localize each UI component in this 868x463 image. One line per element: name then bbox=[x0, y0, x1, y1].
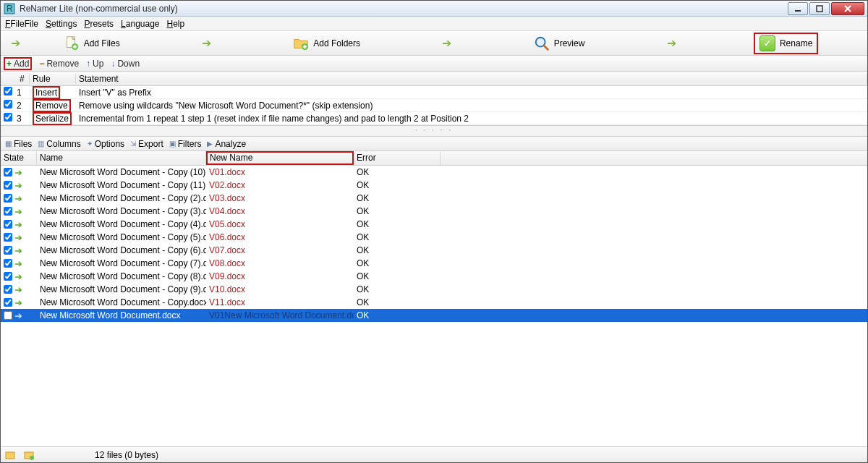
file-name: New Microsoft Word Document - Copy (4).d… bbox=[37, 219, 206, 229]
col-newname[interactable]: New Name bbox=[206, 151, 354, 165]
status-arrow-icon: ➔ bbox=[14, 233, 22, 242]
file-checkbox[interactable] bbox=[4, 298, 12, 307]
rule-row[interactable]: 3SerializeIncremental from 1 repeat 1 st… bbox=[1, 112, 867, 125]
add-folders-button[interactable]: Add Folders bbox=[289, 34, 365, 53]
add-rule-button[interactable]: +Add bbox=[4, 57, 32, 70]
status-arrow-icon: ➔ bbox=[14, 246, 22, 255]
file-row[interactable]: ➔New Microsoft Word Document - Copy.docx… bbox=[1, 296, 867, 309]
add-files-button[interactable]: Add Files bbox=[59, 34, 124, 53]
file-checkbox[interactable] bbox=[4, 220, 12, 229]
file-row[interactable]: ➔New Microsoft Word Document.docxV01New … bbox=[1, 309, 867, 322]
file-name: New Microsoft Word Document - Copy (9).d… bbox=[37, 284, 206, 294]
rules-header-rule[interactable]: Rule bbox=[30, 74, 76, 84]
file-row[interactable]: ➔New Microsoft Word Document - Copy (8).… bbox=[1, 270, 867, 283]
file-error: OK bbox=[354, 219, 441, 229]
file-checkbox[interactable] bbox=[4, 285, 12, 294]
file-checkbox[interactable] bbox=[4, 233, 12, 242]
menu-presets[interactable]: Presets bbox=[84, 19, 114, 29]
files-list[interactable]: State Name New Name Error ➔New Microsoft… bbox=[1, 151, 867, 446]
file-name: New Microsoft Word Document - Copy (10).… bbox=[37, 167, 206, 177]
file-error: OK bbox=[354, 258, 441, 268]
file-row[interactable]: ➔New Microsoft Word Document - Copy (9).… bbox=[1, 283, 867, 296]
file-checkbox[interactable] bbox=[4, 194, 12, 203]
export-menu[interactable]: ⇲Export bbox=[130, 139, 163, 149]
rule-statement: Insert "V" as Prefix bbox=[76, 88, 867, 98]
rule-name: Insert bbox=[30, 86, 76, 99]
options-menu[interactable]: ✦Options bbox=[87, 139, 124, 149]
file-row[interactable]: ➔New Microsoft Word Document - Copy (2).… bbox=[1, 192, 867, 205]
menu-language[interactable]: Language bbox=[121, 19, 159, 29]
file-row[interactable]: ➔New Microsoft Word Document - Copy (6).… bbox=[1, 244, 867, 257]
status-icon-2 bbox=[24, 450, 34, 460]
rule-checkbox[interactable] bbox=[4, 87, 12, 95]
file-checkbox[interactable] bbox=[4, 207, 12, 216]
rule-up-button[interactable]: ↑Up bbox=[86, 59, 103, 69]
status-arrow-icon: ➔ bbox=[14, 181, 22, 190]
file-checkbox[interactable] bbox=[4, 168, 12, 177]
file-newname: V07.docx bbox=[206, 245, 354, 255]
file-checkbox[interactable] bbox=[4, 259, 12, 268]
file-row[interactable]: ➔New Microsoft Word Document - Copy (5).… bbox=[1, 231, 867, 244]
analyze-menu[interactable]: ▶Analyze bbox=[207, 139, 246, 149]
maximize-button[interactable] bbox=[809, 2, 830, 15]
file-name: New Microsoft Word Document - Copy (8).d… bbox=[37, 271, 206, 281]
status-arrow-icon: ➔ bbox=[14, 259, 22, 268]
status-count: 12 files (0 bytes) bbox=[95, 450, 158, 460]
file-checkbox[interactable] bbox=[4, 311, 12, 320]
file-error: OK bbox=[354, 245, 441, 255]
rule-statement: Incremental from 1 repeat 1 step 1 (rese… bbox=[76, 114, 867, 124]
rule-statement: Remove using wildcards "New Microsoft Wo… bbox=[76, 101, 867, 111]
file-name: New Microsoft Word Document - Copy (3).d… bbox=[37, 206, 206, 216]
window-title: ReNamer Lite (non-commercial use only) bbox=[20, 4, 178, 14]
remove-rule-button[interactable]: −Remove bbox=[39, 59, 79, 69]
file-error: OK bbox=[354, 193, 441, 203]
file-name: New Microsoft Word Document.docx bbox=[37, 310, 206, 320]
filters-menu[interactable]: ▣Filters bbox=[169, 139, 202, 149]
menu-file[interactable]: FFileFile bbox=[5, 19, 38, 29]
rule-row[interactable]: 2RemoveRemove using wildcards "New Micro… bbox=[1, 99, 867, 112]
rename-button[interactable]: ✓ Rename bbox=[754, 33, 818, 54]
files-menu[interactable]: ▦Files bbox=[5, 139, 32, 149]
minimize-button[interactable] bbox=[788, 2, 808, 15]
svg-rect-3 bbox=[817, 6, 822, 12]
arrow-icon: ➔ bbox=[442, 36, 451, 50]
menu-settings[interactable]: Settings bbox=[46, 19, 77, 29]
rules-header-statement[interactable]: Statement bbox=[76, 74, 867, 84]
file-name: New Microsoft Word Document - Copy (5).d… bbox=[37, 232, 206, 242]
file-row[interactable]: ➔New Microsoft Word Document - Copy (11)… bbox=[1, 179, 867, 192]
statusbar: 12 files (0 bytes) bbox=[1, 446, 867, 462]
splitter-handle[interactable]: · · · · · bbox=[1, 125, 867, 137]
file-checkbox[interactable] bbox=[4, 181, 12, 190]
file-newname: V11.docx bbox=[206, 297, 354, 307]
file-newname: V01New Microsoft Word Document.docx bbox=[206, 310, 354, 320]
checkmark-icon: ✓ bbox=[760, 35, 775, 51]
file-checkbox[interactable] bbox=[4, 272, 12, 281]
file-row[interactable]: ➔New Microsoft Word Document - Copy (10)… bbox=[1, 166, 867, 179]
rule-checkbox[interactable] bbox=[4, 100, 12, 109]
file-error: OK bbox=[354, 310, 441, 320]
file-error: OK bbox=[354, 297, 441, 307]
magnifier-icon bbox=[534, 35, 550, 51]
col-name[interactable]: Name bbox=[37, 151, 206, 165]
close-button[interactable] bbox=[831, 2, 864, 15]
main-toolbar: ➔ Add Files ➔ Add Folders ➔ Preview ➔ ✓ … bbox=[1, 31, 867, 56]
file-row[interactable]: ➔New Microsoft Word Document - Copy (3).… bbox=[1, 205, 867, 218]
col-error[interactable]: Error bbox=[354, 151, 441, 165]
file-checkbox[interactable] bbox=[4, 246, 12, 255]
rules-header: # Rule Statement bbox=[1, 72, 867, 86]
svg-rect-15 bbox=[6, 452, 14, 459]
file-row[interactable]: ➔New Microsoft Word Document - Copy (4).… bbox=[1, 218, 867, 231]
menu-help[interactable]: Help bbox=[167, 19, 185, 29]
preview-button[interactable]: Preview bbox=[529, 34, 590, 53]
columns-menu[interactable]: ▥Columns bbox=[38, 139, 80, 149]
titlebar: R ReNamer Lite (non-commercial use only) bbox=[1, 1, 867, 17]
rule-checkbox[interactable] bbox=[4, 113, 12, 122]
rule-down-button[interactable]: ↓Down bbox=[111, 59, 140, 69]
rule-name: Serialize bbox=[30, 112, 76, 125]
file-newname: V09.docx bbox=[206, 271, 354, 281]
rule-row[interactable]: 1InsertInsert "V" as Prefix bbox=[1, 86, 867, 99]
col-state[interactable]: State bbox=[1, 151, 37, 165]
file-row[interactable]: ➔New Microsoft Word Document - Copy (7).… bbox=[1, 257, 867, 270]
file-newname: V05.docx bbox=[206, 219, 354, 229]
rules-header-num[interactable]: # bbox=[17, 74, 30, 84]
